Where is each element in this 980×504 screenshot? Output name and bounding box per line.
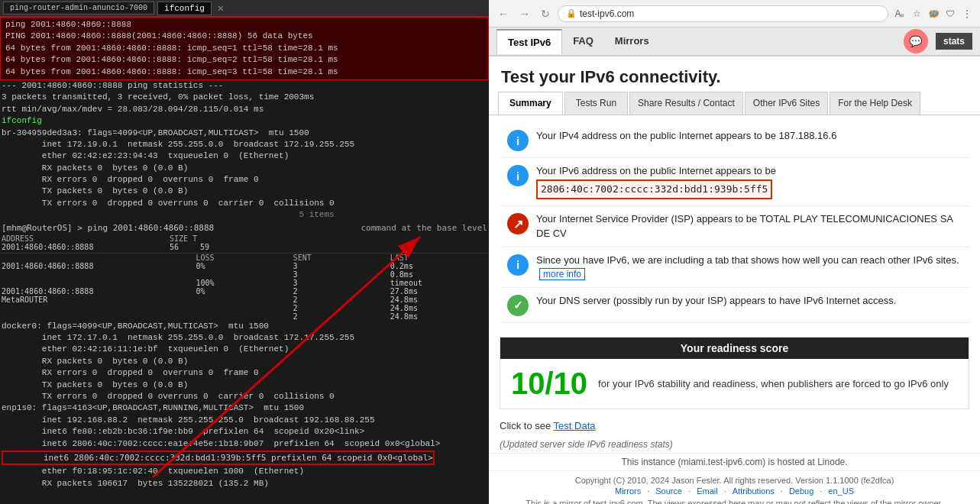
- terminal-line: PING 2001:4860:4860::8888(2001:4860:4860…: [4, 31, 485, 42]
- test-data-prefix: Click to see: [500, 420, 551, 431]
- result-tabs: Summary Tests Run Share Results / Contac…: [489, 92, 980, 115]
- footer-link-source[interactable]: Source: [655, 486, 682, 496]
- terminal-line: inet 172.19.0.1 netmask 255.255.0.0 broa…: [0, 139, 489, 150]
- url-display: test-ipv6.com: [580, 8, 634, 19]
- ipv6-text-before: Your IPv6 address on the public Internet…: [536, 165, 776, 176]
- terminal-line: rtt min/avg/max/mdev = 28.083/28.094/28.…: [0, 104, 489, 115]
- terminal-line: inet6 fe80::eb2b:bc36:1f9e:bb9 prefixlen…: [0, 426, 489, 438]
- readiness-section: Your readiness score 10/10 for your IPv6…: [500, 337, 969, 409]
- footer-link-debug[interactable]: Debug: [789, 486, 813, 496]
- translate-icon[interactable]: Aₑ: [893, 7, 907, 21]
- forward-button[interactable]: →: [516, 6, 533, 21]
- footer-link-email[interactable]: Email: [697, 486, 718, 496]
- browser-chrome: ← → ↻ 🔒 test-ipv6.com Aₑ ☆ 🪺 🛡 ⋮: [489, 0, 980, 27]
- shield-icon[interactable]: 🛡: [943, 7, 957, 21]
- terminal-line: TX errors 0 dropped 0 overruns 0 carrier…: [0, 198, 489, 209]
- terminal-line: RX packets 106617 bytes 135228021 (135.2…: [0, 478, 489, 489]
- footer-links: Mirrors · Source · Email · Attributions …: [496, 486, 972, 496]
- terminal-line: RX packets 0 bytes 0 (0.0 B): [0, 163, 489, 174]
- address-bar[interactable]: 🔒 test-ipv6.com: [558, 5, 888, 22]
- back-button[interactable]: ←: [495, 6, 512, 21]
- terminal-line: 5 items: [0, 209, 489, 221]
- dns-info-card: ✓ Your DNS server (possibly run by your …: [500, 288, 969, 323]
- terminal-line: TX errors 0 dropped 0 overruns 0 carrier…: [0, 391, 489, 402]
- highlighted-ipv6-line: inet6 2806:40c:7002:cccc:332d:bdd1:939b:…: [2, 451, 435, 465]
- dns-info-text: Your DNS server (possibly run by your IS…: [536, 294, 896, 308]
- terminal-line: 64 bytes from 2001:4860:4860::8888: icmp…: [4, 54, 485, 66]
- readiness-score: 10/10: [511, 367, 587, 401]
- page-title: Test your IPv6 connectivity.: [489, 57, 980, 92]
- menu-icon[interactable]: ⋮: [960, 7, 974, 21]
- ping-section: ping 2001:4860:4860::8888 PING 2001:4860…: [0, 17, 489, 80]
- result-tab-summary[interactable]: Summary: [498, 92, 563, 115]
- footer-link-attributions[interactable]: Attributions: [733, 486, 775, 496]
- terminal-top-bar: ping-router-admin-anuncio-7000 ifconfig …: [0, 0, 489, 17]
- terminal-line: TX packets 0 bytes 0 (0.0 B): [0, 186, 489, 197]
- ipv4-info-text: Your IPv4 address on the public Internet…: [536, 129, 836, 143]
- test-data-section: Click to see Test Data: [489, 415, 980, 436]
- refresh-button[interactable]: ↻: [538, 6, 553, 21]
- lock-icon: 🔒: [566, 8, 577, 18]
- footer-section: Copyright (C) 2010, 2024 Jason Fesler. A…: [489, 470, 980, 504]
- terminal-line: ether 02:42:16:11:1e:bf txqueuelen 0 (Et…: [0, 344, 489, 355]
- terminal-content: ping 2001:4860:4860::8888 PING 2001:4860…: [0, 17, 489, 504]
- test-data-link[interactable]: Test Data: [554, 420, 596, 431]
- info-cards-section: i Your IPv4 address on the public Intern…: [489, 115, 980, 331]
- terminal-header-row: ADDRESS SIZE T: [0, 234, 489, 243]
- browser-icons: Aₑ ☆ 🪺 🛡 ⋮: [893, 7, 974, 21]
- terminal-line: ether f0:18:95:1c:02:40 txqueuelen 1000 …: [0, 466, 489, 477]
- result-tab-share[interactable]: Share Results / Contact: [629, 92, 743, 115]
- browser-panel: ← → ↻ 🔒 test-ipv6.com Aₑ ☆ 🪺 🛡 ⋮ Test IP…: [489, 0, 980, 504]
- result-tab-tests-run[interactable]: Tests Run: [564, 92, 628, 115]
- info-icon-dns: ✓: [507, 295, 529, 316]
- ipv6-tab-info-card: i Since you have IPv6, we are including …: [500, 247, 969, 288]
- chat-icon[interactable]: 💬: [904, 29, 928, 53]
- terminal-line: ping 2001:4860:4860::8888: [4, 19, 485, 31]
- info-icon-tab: i: [507, 254, 529, 276]
- ipv6-tab-info-text: Since you have IPv6, we are including a …: [536, 254, 962, 281]
- terminal-line: br-304959ded3a3: flags=4099<UP,BROADCAST…: [0, 128, 489, 139]
- result-tab-other-sites[interactable]: Other IPv6 Sites: [745, 92, 828, 115]
- terminal-line: ether 02:42:e2:23:94:43 txqueuelen 0 (Et…: [0, 150, 489, 162]
- more-info-link[interactable]: more info: [539, 268, 585, 280]
- terminal-line: inet6 2806:40c:7002:cccc:ea1e:4e5e:1b18:…: [0, 438, 489, 450]
- footer-copyright: Copyright (C) 2010, 2024 Jason Fesler. A…: [496, 476, 972, 485]
- terminal-line: TX packets 0 bytes 0 (0.0 B): [0, 380, 489, 391]
- nav-tab-test-ipv6[interactable]: Test IPv6: [496, 29, 562, 54]
- result-tab-help-desk[interactable]: For the Help Desk: [830, 92, 920, 115]
- extension-icon[interactable]: 🪺: [927, 7, 940, 21]
- terminal-line: docker0: flags=4099<UP,BROADCAST,MULTICA…: [0, 321, 489, 332]
- readiness-body: 10/10 for your IPv6 stability and readin…: [500, 359, 969, 409]
- nav-tab-faq[interactable]: FAQ: [562, 29, 604, 54]
- isp-info-text: Your Internet Service Provider (ISP) app…: [536, 212, 962, 240]
- info-icon-isp: ↗: [507, 213, 529, 234]
- readiness-description: for your IPv6 stability and readiness, w…: [598, 377, 949, 391]
- bookmark-icon[interactable]: ☆: [910, 7, 923, 21]
- terminal-line: 64 bytes from 2001:4860:4860::8888: icmp…: [4, 66, 485, 78]
- info-icon-ipv4: i: [507, 130, 529, 151]
- terminal-line: enp1s0: flags=4163<UP,BROADCAST,RUNNING,…: [0, 402, 489, 414]
- info-icon-ipv6: i: [507, 165, 529, 186]
- terminal-line: inet 192.168.88.2 netmask 255.255.255.0 …: [0, 415, 489, 426]
- updated-text: (Updated server side IPv6 readiness stat…: [489, 436, 980, 453]
- terminal-line: 3 packets transmitted, 3 received, 0% pa…: [0, 92, 489, 103]
- site-nav: Test IPv6 FAQ Mirrors 💬 stats: [489, 27, 980, 57]
- close-tab-icon[interactable]: ✕: [218, 2, 224, 15]
- terminal-line: ifconfig: [0, 115, 489, 127]
- stats-button[interactable]: stats: [936, 33, 972, 50]
- ipv4-info-card: i Your IPv4 address on the public Intern…: [500, 123, 969, 158]
- terminal-line: RX errors 0 dropped 0 overruns 0 frame 0: [0, 367, 489, 379]
- nav-tab-mirrors[interactable]: Mirrors: [604, 29, 660, 54]
- terminal-line: RX packets 0 bytes 0 (0.0 B): [0, 356, 489, 367]
- loss-table-body: 2001:4860:4860::88880%30.2ms 30.8ms 100%…: [0, 262, 489, 321]
- terminal-tab-ifconfig[interactable]: ifconfig: [157, 2, 212, 15]
- terminal-line: [mhm@RouterOS] > ping 2001:4860:4860::88…: [0, 221, 489, 234]
- footer-link-mirrors[interactable]: Mirrors: [615, 486, 641, 496]
- terminal-tab-ping[interactable]: ping-router-admin-anuncio-7000: [3, 2, 154, 15]
- footer-link-locale[interactable]: en_US: [828, 486, 854, 496]
- site-nav-left: Test IPv6 FAQ Mirrors: [496, 29, 660, 54]
- loss-table-header: LOSS SENT LAST: [0, 253, 489, 262]
- terminal-line: RX errors 0 dropped 0 overruns 0 frame 0: [0, 174, 489, 186]
- terminal-line: --- 2001:4860:4860::8888 ping statistics…: [0, 80, 489, 92]
- footer-mirror-notice: This is a mirror of test-ipv6.com. The v…: [496, 499, 972, 504]
